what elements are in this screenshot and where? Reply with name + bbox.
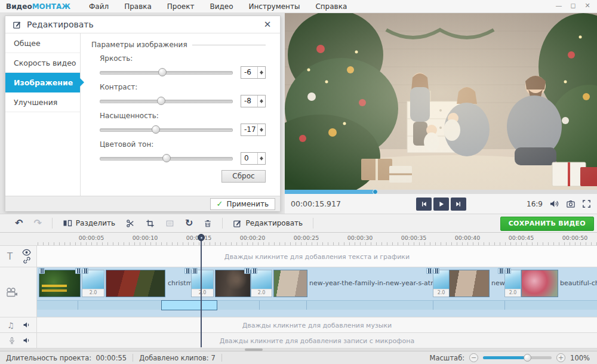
brightness-spinbox[interactable]: -6 <box>241 66 266 79</box>
status-bar: Длительность проекта: 00:00:55 Добавлено… <box>0 351 597 364</box>
hue-value: 0 <box>241 153 257 164</box>
clip-thumbnail[interactable] <box>273 270 307 297</box>
edit-clip-button[interactable]: Редактировать <box>233 219 303 228</box>
transition-duration: 2.0 <box>251 289 272 297</box>
app-window: ВидеоМОНТАЖ Файл Правка Проект Видео Инс… <box>0 0 597 364</box>
speaker-icon[interactable] <box>23 321 31 329</box>
menu-item-tools[interactable]: Инструменты <box>241 0 308 13</box>
delete-button[interactable] <box>204 219 212 228</box>
rotate-button[interactable]: ↻ <box>185 218 193 228</box>
play-button[interactable] <box>433 198 449 211</box>
brightness-label: Яркость: <box>100 54 266 63</box>
contrast-slider[interactable] <box>100 95 233 106</box>
contrast-label: Контраст: <box>100 83 266 91</box>
app-logo: ВидеоМОНТАЖ <box>6 2 70 11</box>
spin-down-icon[interactable] <box>258 129 265 135</box>
zoom-out-button[interactable]: − <box>469 353 478 362</box>
text-track-body[interactable]: Дважды кликните для добавления текста и … <box>37 246 597 267</box>
frame-button[interactable] <box>165 219 174 228</box>
snapshot-camera-icon[interactable] <box>566 199 576 208</box>
strip-selected-segment[interactable] <box>161 300 217 310</box>
split-button-label: Разделить <box>76 219 115 227</box>
fullscreen-icon[interactable] <box>582 199 591 208</box>
mic-track-body[interactable]: Дважды кликните для добавления записи с … <box>37 333 597 348</box>
spin-down-icon[interactable] <box>258 72 265 78</box>
clip-thumbnail[interactable] <box>39 270 81 297</box>
eye-icon[interactable] <box>22 249 31 256</box>
video-track-header <box>0 267 37 317</box>
redo-button[interactable]: ↷ <box>33 218 41 228</box>
playhead-marker-icon[interactable] <box>198 234 205 241</box>
menu-item-project[interactable]: Проект <box>159 0 202 13</box>
crop-button[interactable] <box>146 219 155 228</box>
video-track-body[interactable]: 2.0 christma 2.0 2.0 new-year-the-family… <box>37 267 597 317</box>
split-icon <box>63 219 72 227</box>
saturation-value: -17 <box>241 124 257 135</box>
window-minimize-button[interactable]: — <box>553 2 565 11</box>
apply-button[interactable]: ✓ Применить <box>210 198 276 210</box>
hue-slider-handle[interactable] <box>162 154 171 162</box>
menu-bar: ВидеоМОНТАЖ Файл Правка Проект Видео Инс… <box>0 0 597 13</box>
clip-thumbnail[interactable] <box>521 270 558 297</box>
saturation-slider-handle[interactable] <box>152 125 160 134</box>
preview-video-frame[interactable] <box>285 13 597 190</box>
tab-enhancements[interactable]: Улучшения <box>5 92 80 112</box>
scissors-icon <box>126 219 135 228</box>
music-track-header: ♫ <box>0 317 37 332</box>
preview-scene <box>285 13 597 190</box>
tab-image[interactable]: Изображение <box>5 73 80 92</box>
saturation-spinbox[interactable]: -17 <box>241 124 266 136</box>
cut-button[interactable] <box>126 219 135 228</box>
volume-icon[interactable] <box>549 199 559 208</box>
music-track-body[interactable]: Дважды кликните для добавления музыки <box>37 317 597 332</box>
hue-spinbox[interactable]: 0 <box>241 152 266 165</box>
window-close-button[interactable]: ✕ <box>581 2 593 11</box>
check-icon: ✓ <box>217 199 223 208</box>
speaker-icon[interactable] <box>23 337 31 344</box>
image-params-section: Параметры изображения Яркость: -6 <box>81 33 280 196</box>
zoom-in-button[interactable]: + <box>556 353 565 362</box>
undo-button[interactable]: ↶ <box>15 218 23 228</box>
toolbar: ↶ ↷ Разделить <box>0 214 597 233</box>
menu-item-video[interactable]: Видео <box>202 0 241 13</box>
zoom-slider[interactable] <box>483 353 552 362</box>
strip-boundary <box>78 301 78 310</box>
window-maximize-button[interactable]: ◻ <box>567 2 579 11</box>
hue-slider[interactable] <box>100 153 233 164</box>
tab-video-speed[interactable]: Скорость видео <box>5 53 80 73</box>
menu-item-file[interactable]: Файл <box>81 0 116 13</box>
brightness-slider[interactable] <box>100 67 233 78</box>
menu-item-help[interactable]: Справка <box>307 0 355 13</box>
panel-close-icon[interactable]: ✕ <box>262 19 273 30</box>
panel-title: Редактировать <box>27 20 94 29</box>
contrast-row: Контраст: -8 <box>100 83 266 106</box>
next-frame-button[interactable] <box>451 198 466 211</box>
save-video-button[interactable]: СОХРАНИТЬ ВИДЕО <box>500 217 594 231</box>
strip-boundary <box>504 301 505 310</box>
spin-down-icon[interactable] <box>258 101 265 107</box>
clip-thumbnail[interactable] <box>449 270 490 297</box>
timeline-ruler[interactable]: 00:00:05 00:00:10 00:00:15 00:00:20 00:0… <box>0 233 597 246</box>
preview-progress-fill <box>285 190 376 194</box>
prev-frame-button[interactable] <box>416 198 432 211</box>
contrast-spinbox[interactable]: -8 <box>241 95 266 107</box>
duration-value: 00:00:55 <box>96 354 127 362</box>
preview-progressbar[interactable] <box>285 190 597 194</box>
ruler-tick-label: 00:00:45 <box>509 235 534 241</box>
menu-item-edit[interactable]: Правка <box>116 0 159 13</box>
split-button[interactable]: Разделить <box>63 219 115 227</box>
playhead[interactable] <box>201 237 202 347</box>
link-icon[interactable] <box>23 256 31 264</box>
brightness-row: Яркость: -6 <box>100 54 266 78</box>
spin-down-icon[interactable] <box>258 158 265 164</box>
brightness-slider-handle[interactable] <box>158 68 167 76</box>
clip-thumbnail[interactable] <box>106 270 165 297</box>
zoom-slider-handle[interactable] <box>524 354 531 362</box>
contrast-slider-handle[interactable] <box>157 97 165 105</box>
text-track-icon: T <box>7 251 13 262</box>
music-track: ♫ Дважды кликните для добавления музыки <box>0 317 597 333</box>
pause-badge-icon <box>498 268 504 274</box>
reset-button[interactable]: Сброс <box>221 170 266 183</box>
tab-general[interactable]: Общее <box>5 33 80 53</box>
saturation-slider[interactable] <box>100 124 233 135</box>
